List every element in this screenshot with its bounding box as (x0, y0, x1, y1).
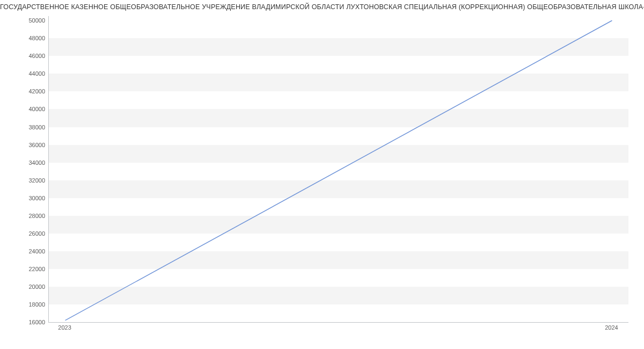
x-tick-label: 2024 (605, 324, 618, 331)
y-tick-label: 18000 (2, 301, 45, 308)
y-tick-label: 36000 (2, 142, 45, 148)
y-tick-label: 30000 (2, 195, 45, 201)
chart-title: ГОСУДАРСТВЕННОЕ КАЗЕННОЕ ОБЩЕОБРАЗОВАТЕЛ… (0, 3, 644, 11)
line-series-svg (49, 16, 628, 322)
plot-area (48, 16, 628, 323)
y-tick-label: 16000 (2, 319, 45, 325)
y-tick-label: 50000 (2, 17, 45, 24)
y-tick-label: 32000 (2, 177, 45, 184)
y-tick-label: 42000 (2, 88, 45, 94)
y-tick-label: 20000 (2, 283, 45, 290)
y-tick-label: 34000 (2, 159, 45, 166)
y-tick-label: 38000 (2, 124, 45, 130)
y-tick-label: 40000 (2, 106, 45, 112)
series-line-path (65, 20, 612, 320)
y-tick-label: 48000 (2, 35, 45, 41)
y-tick-label: 26000 (2, 230, 45, 237)
y-tick-label: 22000 (2, 266, 45, 272)
y-tick-label: 24000 (2, 248, 45, 255)
chart-container: ГОСУДАРСТВЕННОЕ КАЗЕННОЕ ОБЩЕОБРАЗОВАТЕЛ… (0, 0, 644, 349)
y-tick-label: 44000 (2, 70, 45, 77)
x-tick-label: 2023 (58, 324, 71, 331)
y-tick-label: 46000 (2, 53, 45, 59)
y-tick-label: 28000 (2, 213, 45, 219)
